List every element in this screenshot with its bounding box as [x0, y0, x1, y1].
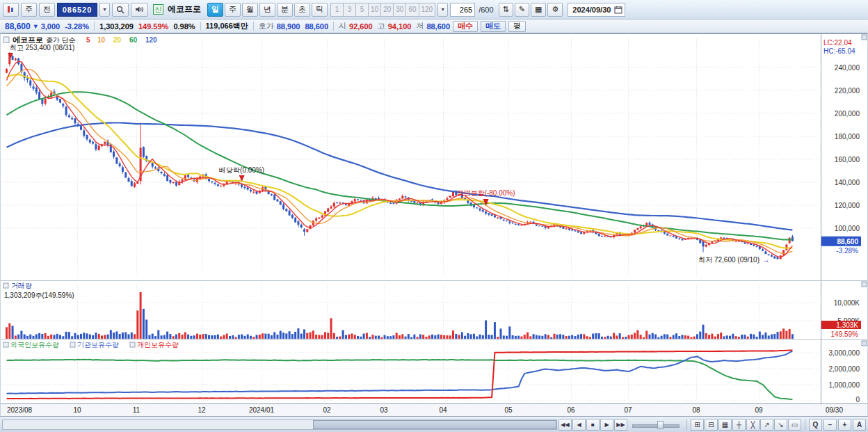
svg-text:1,303,209주(149.59%): 1,303,209주(149.59%)	[4, 291, 74, 299]
volume-value: 1,303,209	[99, 22, 134, 31]
minute-button-2[interactable]: 5	[355, 3, 369, 17]
bottom-tool-button-5[interactable]: ↗	[760, 419, 773, 431]
previous-button[interactable]: 전	[39, 3, 55, 17]
date-value: 2024/09/30	[572, 6, 611, 14]
sound-button[interactable]	[131, 3, 148, 17]
period-button-1[interactable]: 주	[225, 3, 241, 17]
svg-text:160,000: 160,000	[835, 156, 860, 163]
date-picker[interactable]: 2024/09/30	[568, 3, 625, 17]
period-button-6[interactable]: 틱	[312, 3, 328, 17]
nav-button-4[interactable]: ▶▶	[614, 419, 627, 431]
nav-button-1[interactable]: ◀	[572, 419, 586, 431]
current-price: 88,600	[5, 22, 31, 31]
svg-text:기관보유수량: 기관보유수량	[77, 341, 119, 349]
settings-button[interactable]: ⚙	[547, 3, 563, 17]
svg-text:2023/08: 2023/08	[7, 406, 33, 414]
volume-ratio: 149.59%	[138, 22, 168, 31]
bottom-tool-button-0[interactable]: ⊞	[691, 419, 704, 431]
minute-button-4[interactable]: 20	[380, 3, 394, 17]
zoom-slider[interactable]	[631, 419, 681, 431]
minute-button-0[interactable]: 1	[330, 3, 344, 17]
bottom-tools: ⊞⊟▦┼╳↗↘▭	[691, 419, 801, 431]
bottom-tool-button-1[interactable]: ⊟	[705, 419, 718, 431]
buy-button[interactable]: 매수	[453, 21, 478, 32]
svg-text:60: 60	[129, 36, 138, 44]
zoom-slider-handle[interactable]	[657, 421, 664, 429]
minute-dropdown-button[interactable]: ▼	[437, 3, 448, 17]
speaker-icon	[135, 6, 144, 13]
zoom-out-button[interactable]: −	[823, 419, 837, 431]
period-button-2[interactable]: 월	[242, 3, 258, 17]
nav-button-0[interactable]: ◀◀	[558, 419, 572, 431]
minute-button-6[interactable]: 60	[405, 3, 419, 17]
svg-text:종가 단순: 종가 단순	[46, 36, 76, 44]
svg-text:88,600: 88,600	[837, 238, 858, 246]
sell-button[interactable]: 매도	[481, 21, 506, 32]
code-dropdown-button[interactable]: ▼	[99, 3, 110, 17]
top-toolbar: 주 전 ▼ 신 에코프로 일주월년분초틱 13510203060120 ▼ /6…	[0, 0, 868, 19]
separator	[94, 22, 95, 31]
open-price: 92,600	[349, 22, 373, 31]
stock-code-input[interactable]	[57, 3, 97, 17]
layout-button[interactable]: ▦	[531, 3, 546, 17]
separator	[200, 22, 201, 31]
nav-button-3[interactable]: ▶	[600, 419, 613, 431]
bottom-tool-button-3[interactable]: ┼	[732, 419, 746, 431]
chart-scrollbar[interactable]	[2, 419, 557, 430]
nav-button-2[interactable]: ■	[586, 419, 600, 431]
hoga-label: 호가	[259, 21, 274, 31]
svg-text:최저 72,600 (09/10): 최저 72,600 (09/10)	[698, 256, 760, 264]
svg-text:거래량: 거래량	[11, 282, 32, 289]
svg-text:LC:22.04: LC:22.04	[823, 39, 852, 47]
minute-button-1[interactable]: 3	[343, 3, 356, 17]
bottom-tool-button-2[interactable]: ▦	[718, 419, 732, 431]
search-button[interactable]	[112, 3, 129, 17]
low-price: 88,600	[426, 22, 450, 31]
svg-text:240,000: 240,000	[835, 64, 860, 72]
svg-text:5: 5	[86, 36, 90, 44]
turnover-rate: 0.98%	[173, 22, 195, 31]
chart-type-button[interactable]	[3, 3, 19, 17]
svg-text:09/30: 09/30	[826, 406, 843, 414]
svg-text:에코프로: 에코프로	[13, 35, 43, 44]
chart-canvas[interactable]: 240,000220,000200,000180,000160,000140,0…	[0, 33, 868, 416]
svg-text:2024/01: 2024/01	[249, 406, 275, 414]
bottom-tool-button-6[interactable]: ↘	[774, 419, 787, 431]
zoom-in-button[interactable]: +	[838, 419, 851, 431]
svg-text:10: 10	[97, 36, 106, 44]
down-arrow-icon: ▼	[33, 23, 39, 30]
svg-text:배당락(0.00%): 배당락(0.00%)	[219, 166, 264, 174]
svg-text:180,000: 180,000	[835, 133, 860, 141]
average-button[interactable]: 평	[508, 21, 526, 32]
minute-button-5[interactable]: 30	[393, 3, 406, 17]
bottom-tool-button-4[interactable]: ╳	[746, 419, 760, 431]
period-button-4[interactable]: 분	[277, 3, 293, 17]
stock-mode-button[interactable]: 주	[21, 3, 37, 17]
svg-text:120: 120	[145, 36, 157, 44]
svg-text:→: →	[762, 255, 770, 264]
period-button-5[interactable]: 초	[294, 3, 310, 17]
chart-area: 240,000220,000200,000180,000160,000140,0…	[0, 33, 868, 416]
auto-scale-button[interactable]: A	[853, 419, 866, 431]
svg-text:220,000: 220,000	[835, 87, 860, 95]
calendar-icon	[614, 6, 622, 14]
toolbar-tools: ⇅✎▦⚙	[499, 3, 563, 17]
minute-button-7[interactable]: 120	[419, 3, 436, 17]
svg-text:03: 03	[380, 406, 388, 414]
scrollbar-handle[interactable]	[313, 420, 556, 429]
zoom-q-button[interactable]: Q	[809, 419, 822, 431]
candle-count-input[interactable]	[450, 3, 475, 17]
svg-text:100,000: 100,000	[835, 225, 860, 232]
compare-button[interactable]: ⇅	[499, 3, 513, 17]
period-button-3[interactable]: 년	[259, 3, 275, 17]
bottom-tool-button-7[interactable]: ▭	[788, 419, 801, 431]
edit-button[interactable]: ✎	[515, 3, 529, 17]
separator	[253, 22, 254, 31]
svg-text:08: 08	[692, 406, 700, 414]
svg-text:140,000: 140,000	[835, 179, 860, 186]
svg-text:액면분할(-80.00%): 액면분할(-80.00%)	[457, 189, 515, 197]
bid-price: 88,600	[305, 22, 328, 31]
svg-text:20: 20	[113, 36, 122, 44]
minute-button-3[interactable]: 10	[368, 3, 381, 17]
period-button-0[interactable]: 일	[207, 3, 223, 17]
